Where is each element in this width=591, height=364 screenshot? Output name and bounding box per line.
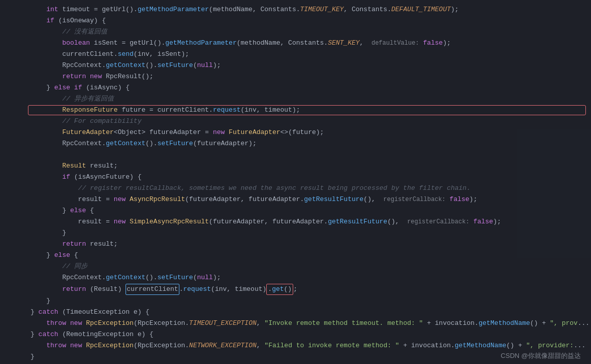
code-line-13: RpcContext.getContext().setFuture(future… (0, 138, 591, 149)
code-line-30: } catch (RemotingException e) { (0, 329, 591, 340)
code-line-4: boolean isSent = getUrl().getMethodParam… (0, 38, 591, 49)
code-line-8: } else if (isAsync) { (0, 82, 591, 93)
code-line-10: ResponseFuture future = currentClient.re… (0, 105, 591, 116)
code-line-7: return new RpcResult(); (0, 71, 591, 82)
code-line-24: // 同步 (0, 261, 591, 272)
code-line-19: } else { (0, 205, 591, 216)
code-line-31: throw new RpcException(RpcException.NETW… (0, 340, 591, 351)
code-line-25: RpcContext.getContext().setFuture(null); (0, 272, 591, 283)
code-line-12: FutureAdapter<Object> futureAdapter = ne… (0, 127, 591, 138)
code-line-17: // register resultCallback, sometimes we… (0, 183, 591, 194)
code-line-20: result = new SimpleAsyncRpcResult(future… (0, 216, 591, 227)
code-line-empty1 (0, 149, 591, 160)
code-line-1: int timeout = getUrl().getMethodParamete… (0, 4, 591, 15)
code-line-6: RpcContext.getContext().setFuture(null); (0, 60, 591, 71)
code-line-15: Result result; (0, 160, 591, 172)
code-line-26: return (Result) currentClient.request(in… (0, 283, 591, 295)
code-line-23: } else { (0, 250, 591, 261)
code-line-28: } catch (TimeoutException e) { (0, 307, 591, 318)
code-line-3: // 没有返回值 (0, 26, 591, 38)
code-line-27: } (0, 295, 591, 307)
currentclient-highlight: currentClient (126, 284, 179, 295)
code-line-9: // 异步有返回值 (0, 93, 591, 105)
code-line-5: currentClient.send(inv, isSent); (0, 49, 591, 60)
code-line-21: } (0, 227, 591, 239)
get-highlight: .get() (266, 284, 293, 295)
code-line-29: throw new RpcException(RpcException.TIME… (0, 318, 591, 329)
code-line-11: // For compatibility (0, 116, 591, 127)
code-line-16: if (isAsyncFuture) { (0, 172, 591, 183)
watermark: CSDN @你就像甜甜的益达 (501, 351, 581, 360)
code-container: int timeout = getUrl().getMethodParamete… (0, 0, 591, 364)
code-line-18: result = new AsyncRpcResult(futureAdapte… (0, 194, 591, 205)
code-line-2: if (isOneway) { (0, 15, 591, 26)
code-line-22: return result; (0, 239, 591, 250)
